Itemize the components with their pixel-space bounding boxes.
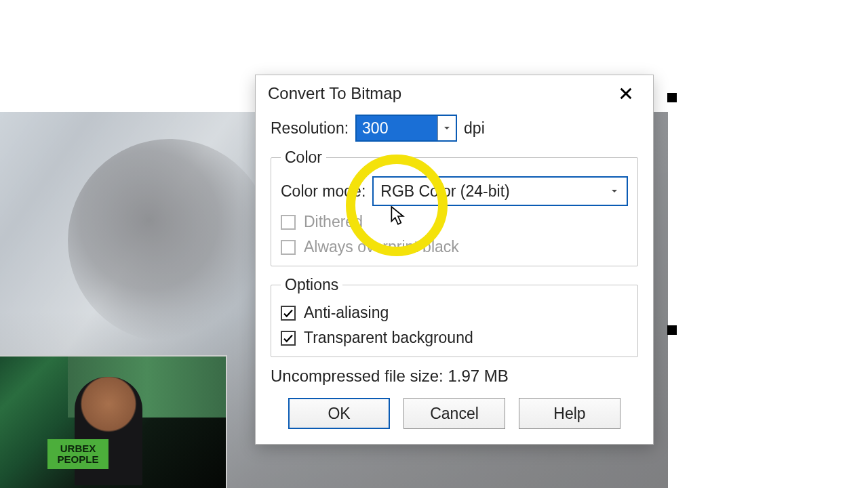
- selection-handle[interactable]: [667, 325, 677, 335]
- ok-button[interactable]: OK: [288, 398, 390, 429]
- dithered-row: Dithered: [281, 213, 628, 231]
- overprint-checkbox: [281, 240, 296, 255]
- dithered-label: Dithered: [304, 213, 363, 231]
- resolution-input[interactable]: [357, 116, 437, 140]
- overprint-row: Always overprint black: [281, 238, 628, 256]
- resolution-row: Resolution: dpi: [271, 115, 638, 142]
- help-button[interactable]: Help: [519, 398, 620, 429]
- transparent-checkbox[interactable]: [281, 331, 296, 346]
- webcam-sticker: URBEX PEOPLE: [47, 439, 108, 469]
- cancel-button[interactable]: Cancel: [403, 398, 505, 429]
- color-mode-combo[interactable]: RGB Color (24-bit): [372, 176, 628, 206]
- color-group: Color Color mode: RGB Color (24-bit) Dit…: [271, 148, 638, 266]
- resolution-unit: dpi: [464, 119, 485, 138]
- dialog-body: Resolution: dpi Color Color mode: RGB Co…: [256, 112, 653, 444]
- webcam-overlay: URBEX PEOPLE: [0, 355, 227, 488]
- filesize-text: Uncompressed file size: 1.97 MB: [271, 367, 638, 386]
- chevron-down-icon[interactable]: [437, 116, 456, 140]
- selection-handle[interactable]: [667, 93, 677, 102]
- resolution-combo[interactable]: [355, 115, 457, 142]
- color-mode-value: RGB Color (24-bit): [380, 182, 509, 201]
- webcam-person: [75, 377, 142, 485]
- color-group-legend: Color: [281, 148, 326, 167]
- dithered-checkbox: [281, 215, 296, 230]
- dialog-titlebar[interactable]: Convert To Bitmap: [256, 75, 653, 112]
- color-mode-label: Color mode:: [281, 182, 366, 201]
- options-group: Options Anti-aliasing Transparent backgr…: [271, 276, 638, 357]
- convert-to-bitmap-dialog: Convert To Bitmap Resolution: dpi Color …: [255, 75, 654, 445]
- close-button[interactable]: [611, 79, 641, 108]
- options-group-legend: Options: [281, 276, 342, 294]
- antialias-row: Anti-aliasing: [281, 304, 628, 322]
- transparent-label: Transparent background: [304, 329, 473, 347]
- antialias-checkbox[interactable]: [281, 306, 296, 321]
- dialog-button-row: OK Cancel Help: [271, 398, 638, 429]
- dialog-title: Convert To Bitmap: [268, 84, 401, 103]
- chevron-down-icon: [609, 182, 620, 201]
- transparent-row: Transparent background: [281, 329, 628, 347]
- close-icon: [618, 86, 633, 101]
- color-mode-row: Color mode: RGB Color (24-bit): [281, 176, 628, 206]
- resolution-label: Resolution:: [271, 119, 349, 138]
- overprint-label: Always overprint black: [304, 238, 459, 256]
- antialias-label: Anti-aliasing: [304, 304, 389, 322]
